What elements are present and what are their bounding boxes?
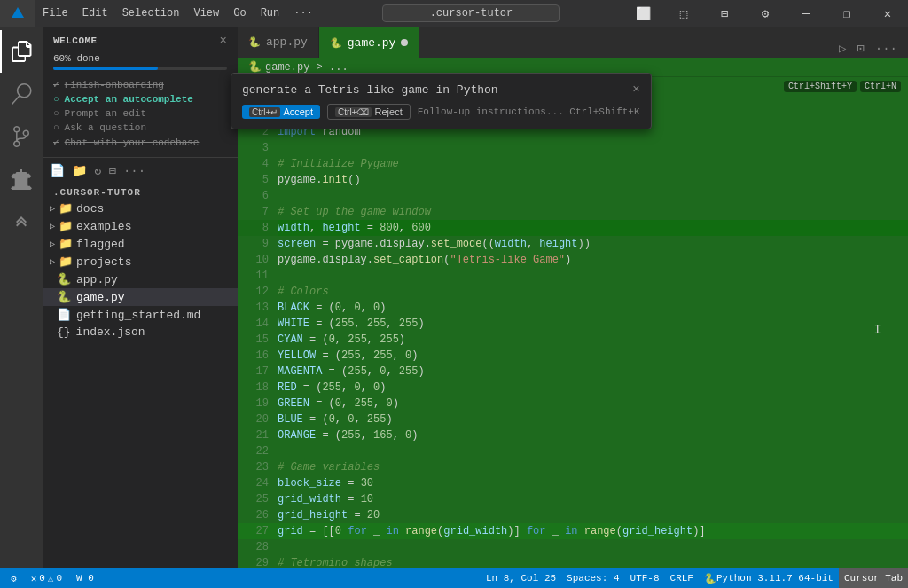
sidebar-toggle-btn[interactable]: ⬜ bbox=[622, 0, 663, 27]
close-btn[interactable]: ✕ bbox=[867, 0, 908, 27]
status-right: Ln 8, Col 25 Spaces: 4 UTF-8 CRLF 🐍 Pyth… bbox=[481, 568, 908, 588]
more-tab-actions-btn[interactable]: ··· bbox=[872, 40, 901, 58]
line-num-16: 16 bbox=[238, 348, 278, 364]
menu-edit[interactable]: Edit bbox=[75, 0, 115, 27]
welcome-item-0[interactable]: ✓ Finish-onboarding bbox=[53, 77, 227, 92]
cursor-tab-badge[interactable]: Cursor Tab bbox=[839, 568, 908, 588]
line-num-19: 19 bbox=[238, 396, 278, 412]
maximize-btn[interactable]: ❐ bbox=[826, 0, 867, 27]
activity-bar bbox=[0, 27, 43, 568]
line-content-22 bbox=[278, 443, 908, 459]
line-content-13: BLACK = (0, 0, 0) bbox=[278, 300, 908, 316]
search-bar[interactable]: .cursor-tutor bbox=[382, 4, 560, 22]
folder-docs[interactable]: ▷ 📁 docs bbox=[43, 200, 238, 217]
explorer-toolbar: 📄 📁 ↻ ⊟ ··· bbox=[43, 158, 238, 184]
activity-search[interactable] bbox=[0, 73, 43, 115]
settings-btn[interactable]: ⚙ bbox=[745, 0, 786, 27]
line-content-17: MAGENTA = (255, 0, 255) bbox=[278, 364, 908, 380]
ai-reject-btn[interactable]: Ctrl+⌫ Reject bbox=[327, 104, 411, 120]
welcome-close-btn[interactable]: × bbox=[220, 34, 227, 48]
ai-dialog-text: generate a Tetris like game in Python bbox=[242, 83, 498, 97]
folder-examples[interactable]: ▷ 📁 examples bbox=[43, 217, 238, 235]
json-icon: {} bbox=[57, 325, 71, 339]
welcome-item-4[interactable]: ✓ Chat with your codebase bbox=[53, 135, 227, 150]
panel-toggle-btn[interactable]: ⬚ bbox=[663, 0, 704, 27]
status-left: ⚙ ✕ 0 ⚠ 0 W 0 bbox=[0, 568, 105, 588]
new-folder-icon[interactable]: 📁 bbox=[72, 163, 87, 178]
line-content-9: screen = pygame.display.set_mode((width,… bbox=[278, 236, 908, 252]
line-num-27: 27 bbox=[238, 523, 278, 539]
status-eol[interactable]: CRLF bbox=[665, 568, 699, 588]
activity-extensions[interactable] bbox=[0, 158, 43, 200]
menu-go[interactable]: Go bbox=[226, 0, 253, 27]
welcome-item-1[interactable]: ○ Accept an autocomplete bbox=[53, 92, 227, 106]
code-line-8: 8 width, height = 800, 600 bbox=[238, 220, 908, 236]
code-line-6: 6 bbox=[238, 188, 908, 204]
run-btn[interactable]: ▷ bbox=[835, 39, 849, 58]
menu-more[interactable]: ··· bbox=[286, 0, 320, 27]
ai-dialog-header: generate a Tetris like game in Python × bbox=[242, 82, 640, 97]
status-source-control[interactable]: ⚙ bbox=[7, 568, 20, 588]
code-line-27: 27 grid = [[0 for _ in range(grid_width)… bbox=[238, 523, 908, 539]
welcome-item-3[interactable]: ○ Ask a question bbox=[53, 121, 227, 135]
language-text: Python 3.11.7 64-bit bbox=[716, 573, 834, 584]
refresh-icon[interactable]: ↻ bbox=[94, 163, 101, 178]
breadcrumb-text[interactable]: game.py > ... bbox=[265, 61, 348, 74]
layout-btn[interactable]: ⊟ bbox=[704, 0, 745, 27]
activity-collapse[interactable] bbox=[0, 200, 43, 243]
status-cursor-pos[interactable]: Ln 8, Col 25 bbox=[481, 568, 561, 588]
new-file-icon[interactable]: 📄 bbox=[50, 163, 65, 178]
minimize-btn[interactable]: — bbox=[786, 0, 826, 27]
chevron-right-icon: ▷ bbox=[50, 203, 55, 214]
line-content-25: grid_width = 10 bbox=[278, 491, 908, 507]
line-content-27: grid = [[0 for _ in range(grid_width)] f… bbox=[278, 523, 908, 539]
code-line-29: 29 # Tetromino shapes bbox=[238, 555, 908, 568]
menu-view[interactable]: View bbox=[186, 0, 226, 27]
code-line-4: 4 # Initialize Pygame bbox=[238, 156, 908, 172]
more-actions-icon[interactable]: ··· bbox=[123, 164, 145, 178]
folder-icon: 📁 bbox=[59, 201, 73, 216]
file-game-py[interactable]: 🐍 game.py bbox=[43, 288, 238, 306]
status-spaces[interactable]: Spaces: 4 bbox=[561, 568, 624, 588]
menu-file[interactable]: File bbox=[35, 0, 75, 27]
collapse-all-icon[interactable]: ⊟ bbox=[108, 163, 115, 178]
tab-app-py[interactable]: 🐍 app.py bbox=[238, 27, 319, 58]
menu-selection[interactable]: Selection bbox=[115, 0, 187, 27]
status-language[interactable]: 🐍 Python 3.11.7 64-bit bbox=[699, 568, 839, 588]
line-num-3: 3 bbox=[238, 140, 278, 156]
folder-projects[interactable]: ▷ 📁 projects bbox=[43, 253, 238, 270]
line-num-26: 26 bbox=[238, 507, 278, 523]
line-content-8: width, height = 800, 600 bbox=[278, 220, 908, 236]
status-encoding[interactable]: UTF-8 bbox=[625, 568, 665, 588]
split-editor-btn[interactable]: ⊡ bbox=[853, 39, 867, 58]
code-line-10: 10 pygame.display.set_caption("Tetris-li… bbox=[238, 252, 908, 268]
line-num-14: 14 bbox=[238, 316, 278, 332]
activity-explorer[interactable] bbox=[0, 30, 43, 73]
welcome-panel: WELCOME × 60% done ✓ Finish-onboarding ○… bbox=[43, 27, 238, 158]
ai-followup-btn[interactable]: Follow-up instructions... Ctrl+Shift+K bbox=[418, 106, 640, 117]
activity-source-control[interactable] bbox=[0, 115, 43, 158]
ai-accept-btn[interactable]: Ctrl+↵ Accept bbox=[242, 105, 320, 119]
folder-flagged[interactable]: ▷ 📁 flagged bbox=[43, 235, 238, 253]
file-index-json[interactable]: {} index.json bbox=[43, 324, 238, 341]
status-watcher[interactable]: W 0 bbox=[73, 568, 98, 588]
line-num-23: 23 bbox=[238, 459, 278, 475]
line-num-22: 22 bbox=[238, 443, 278, 459]
code-line-25: 25 grid_width = 10 bbox=[238, 491, 908, 507]
tab-game-py[interactable]: 🐍 game.py bbox=[319, 27, 420, 58]
menu-run[interactable]: Run bbox=[254, 0, 287, 27]
ctrl-enter-kbd: Ctrl+↵ bbox=[249, 107, 280, 117]
file-app-py[interactable]: 🐍 app.py bbox=[43, 270, 238, 288]
circle-icon-2: ○ bbox=[53, 108, 59, 119]
line-content-11 bbox=[278, 268, 908, 284]
welcome-item-2[interactable]: ○ Prompt an edit bbox=[53, 106, 227, 121]
line-num-28: 28 bbox=[238, 539, 278, 555]
check-icon: ✓ bbox=[53, 79, 59, 90]
folder-icon-2: 📁 bbox=[59, 219, 73, 233]
ai-dialog-close-btn[interactable]: × bbox=[632, 82, 639, 97]
code-line-16: 16 YELLOW = (255, 255, 0) bbox=[238, 348, 908, 364]
code-editor[interactable]: Ctrl+Shift+Y Ctrl+N 1 import pygame 2 im… bbox=[238, 77, 908, 568]
status-errors[interactable]: ✕ 0 ⚠ 0 bbox=[27, 568, 66, 588]
file-getting-started[interactable]: 📄 getting_started.md bbox=[43, 306, 238, 324]
line-content-7: # Set up the game window bbox=[278, 204, 908, 220]
